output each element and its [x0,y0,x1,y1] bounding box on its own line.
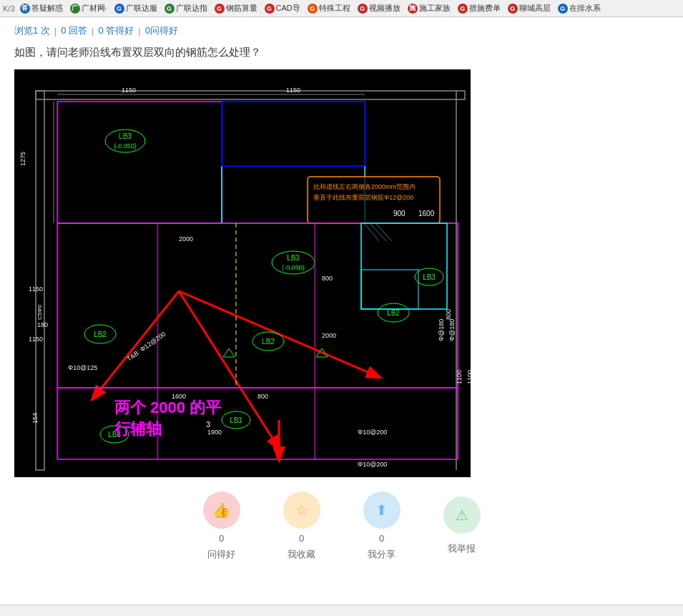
like-circle[interactable]: 👍 [203,492,240,529]
nav-label-sgjz: 施工家族 [419,3,451,14]
nav-icon-csfsd: G [458,4,468,14]
nav-icon-qyj: 答 [20,4,30,14]
stat-good-questions: 0问得好 [145,24,178,37]
stat-good-answers: 0 答得好 [98,24,134,37]
svg-text:180: 180 [37,321,48,328]
share-label: 我分享 [368,548,395,561]
collect-count: 0 [299,533,304,544]
nav-item-lccg[interactable]: G 聊城高层 [506,3,553,14]
nav-item-csfsd[interactable]: G 措施费单 [456,3,503,14]
nav-item-glds[interactable]: G 广联达服 [112,3,159,14]
nav-icon-lccg: G [508,4,518,14]
svg-text:行辅轴: 行辅轴 [114,420,162,438]
tab-k3[interactable]: K/3 [3,4,15,13]
svg-text:LB3: LB3 [423,273,436,281]
nav-label-lccg: 聊城高层 [519,3,551,14]
question-title: 如图，请问老师沿线布置双层双向的钢筋怎么处理？ [14,44,669,61]
svg-text:(-0.050): (-0.050) [282,264,305,271]
svg-text:LB3: LB3 [287,254,300,262]
like-button[interactable]: 👍 0 问得好 [203,492,240,561]
collect-button[interactable]: ☆ 0 我收藏 [283,492,320,561]
svg-text:1150: 1150 [286,87,300,94]
like-label: 问得好 [207,548,235,561]
svg-text:此和虚线左右两侧各2000mm范围内: 此和虚线左右两侧各2000mm范围内 [313,183,416,190]
svg-text:2000: 2000 [322,332,336,339]
nav-icon-tsgc: G [308,4,318,14]
nav-item-cad[interactable]: G CAD导 [262,3,303,14]
stat-answers: 0 回答 [61,24,87,37]
svg-text:LB1: LB1 [230,416,242,424]
svg-text:3: 3 [206,420,210,429]
svg-text:Φ@180: Φ@180 [448,318,456,341]
svg-text:1100: 1100 [466,369,471,383]
action-buttons-row: 👍 0 问得好 ☆ 0 我收藏 ⬆ 0 我分享 ⚠ 我举报 [14,492,669,575]
nav-item-tsgc[interactable]: G 特殊工程 [305,3,353,14]
svg-text:Φ10@200: Φ10@200 [358,461,387,468]
bottom-scrollbar[interactable] [0,605,683,616]
svg-text:2000: 2000 [179,235,193,243]
nav-label-cad: CAD导 [276,3,300,14]
nav-item-gcw[interactable]: 广 广材网· [68,3,109,14]
collect-label: 我收藏 [288,548,315,561]
svg-rect-0 [14,69,471,477]
nav-icon-pss: G [558,4,568,14]
collect-circle[interactable]: ☆ [283,492,320,529]
svg-text:Φ10@200: Φ10@200 [358,429,387,436]
svg-text:1150: 1150 [29,285,43,293]
nav-item-sgjz[interactable]: 施 施工家族 [406,3,453,14]
nav-label-gldzh: 广联达指 [176,3,207,14]
svg-text:LB2: LB2 [262,338,275,346]
svg-text:1150: 1150 [122,87,136,94]
stats-row: 浏览1 次 | 0 回答 | 0 答得好 | 0问得好 [14,24,669,37]
svg-text:LB2: LB2 [94,331,107,338]
stat-sep3: | [138,26,140,36]
svg-text:800: 800 [257,393,268,400]
nav-label-csfsd: 措施费单 [469,3,501,14]
nav-icon-gcw: 广 [70,4,80,14]
nav-label-qyj: 答疑解惑 [31,3,63,14]
nav-item-qyj[interactable]: 答 答疑解惑 [18,3,65,14]
nav-label-spbf: 视频播放 [369,3,401,14]
share-button[interactable]: ⬆ 0 我分享 [363,492,401,561]
stat-views: 浏览1 次 [14,24,50,37]
nav-label-gjsl: 钢筋算量 [226,3,257,14]
nav-item-spbf[interactable]: G 视频播放 [355,3,403,14]
svg-text:C5Φ0: C5Φ0 [36,304,43,320]
nav-icon-gjsl: G [215,4,225,14]
nav-icon-gldzh: G [164,4,175,14]
browser-toolbar: K/3 答 答疑解惑 广 广材网· G 广联达服 G 广联达指 G 钢筋算量 G… [0,0,683,17]
nav-icon-glds: G [114,4,124,14]
nav-item-pss[interactable]: G 在排水系 [556,3,603,14]
page-content: 浏览1 次 | 0 回答 | 0 答得好 | 0问得好 如图，请问老师沿线布置双… [0,17,683,582]
nav-label-gcw: 广材网· [82,3,107,14]
nav-item-gldzh[interactable]: G 广联达指 [162,3,210,14]
svg-text:154: 154 [31,412,39,423]
like-icon: 👍 [212,502,230,519]
nav-icon-spbf: G [358,4,368,14]
report-label: 我举报 [448,542,476,555]
cad-drawing: LB3 (-0.050) 此和虚线左右两侧各2000mm范围内 垂直于此线布重双… [14,69,471,477]
stat-sep2: | [92,26,94,36]
stat-sep1: | [54,26,56,36]
report-circle[interactable]: ⚠ [443,497,481,534]
star-icon: ☆ [295,502,308,519]
svg-text:1275: 1275 [19,151,26,165]
share-icon: ⬆ [375,502,388,519]
svg-text:800: 800 [445,308,452,319]
svg-text:(-0.050): (-0.050) [114,142,137,150]
nav-label-tsgc: 特殊工程 [319,3,350,14]
share-count: 0 [379,533,384,544]
svg-text:两个 2000 的平: 两个 2000 的平 [114,399,222,416]
svg-text:1900: 1900 [207,429,222,436]
svg-text:Φ@180: Φ@180 [438,318,445,341]
nav-item-gjsl[interactable]: G 钢筋算量 [212,3,260,14]
svg-text:1150: 1150 [29,336,43,343]
share-circle[interactable]: ⬆ [363,492,401,529]
nav-label-pss: 在排水系 [569,3,601,14]
nav-icon-sgjz: 施 [408,4,418,14]
svg-text:900: 900 [393,210,406,217]
svg-text:垂直于此线布重双层钢筋Φ12@200: 垂直于此线布重双层钢筋Φ12@200 [313,194,413,201]
svg-text:800: 800 [322,275,333,282]
report-icon: ⚠ [456,507,468,524]
report-button[interactable]: ⚠ 我举报 [443,497,481,555]
